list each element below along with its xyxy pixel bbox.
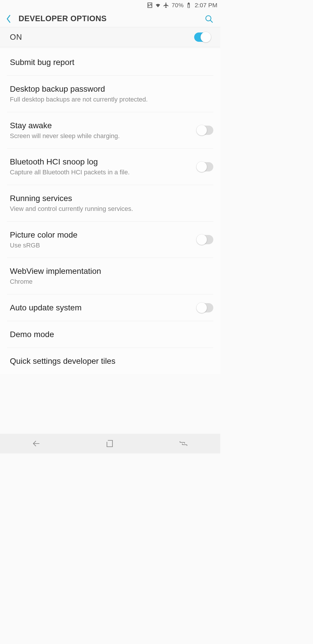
navigation-bar (0, 434, 220, 453)
back-button[interactable] (6, 13, 14, 25)
item-title: Quick settings developer tiles (10, 356, 210, 366)
item-demo-mode[interactable]: Demo mode (7, 321, 213, 348)
item-title: Running services (10, 193, 210, 203)
item-desktop-backup-password[interactable]: Desktop backup password Full desktop bac… (7, 76, 213, 112)
master-toggle[interactable] (194, 32, 210, 42)
nav-back-button[interactable] (31, 438, 43, 449)
item-subtitle: Use sRGB (10, 241, 194, 250)
item-subtitle: Capture all Bluetooth HCI packets in a f… (10, 168, 194, 177)
search-button[interactable] (204, 14, 214, 24)
item-webview-implementation[interactable]: WebView implementation Chrome (7, 258, 213, 294)
status-bar: 70% 2:07 PM (0, 0, 220, 10)
settings-list: Submit bug report Desktop backup passwor… (0, 49, 220, 374)
toggle-picture-color-mode[interactable] (197, 235, 213, 244)
app-bar: DEVELOPER OPTIONS (0, 10, 220, 27)
item-title: Stay awake (10, 120, 194, 131)
item-title: Desktop backup password (10, 84, 210, 94)
item-title: Auto update system (10, 303, 194, 313)
item-auto-update-system[interactable]: Auto update system (7, 294, 213, 321)
airplane-mode-icon (163, 2, 169, 8)
item-subtitle: Full desktop backups are not currently p… (10, 95, 210, 104)
item-subtitle: Chrome (10, 277, 210, 286)
nav-recents-button[interactable] (178, 438, 189, 449)
item-title: WebView implementation (10, 266, 210, 276)
nfc-icon (147, 2, 153, 8)
item-title: Picture color mode (10, 230, 194, 240)
svg-line-1 (210, 20, 212, 22)
item-subtitle: View and control currently running servi… (10, 205, 210, 213)
item-quick-settings-tiles[interactable]: Quick settings developer tiles (7, 348, 213, 374)
item-subtitle: Screen will never sleep while charging. (10, 132, 194, 140)
nav-home-button[interactable] (104, 438, 116, 449)
wifi-icon (155, 2, 161, 8)
toggle-auto-update-system[interactable] (197, 303, 213, 312)
item-title: Bluetooth HCI snoop log (10, 157, 194, 167)
item-title: Submit bug report (10, 57, 210, 67)
item-submit-bug-report[interactable]: Submit bug report (7, 49, 213, 76)
item-running-services[interactable]: Running services View and control curren… (7, 185, 213, 222)
toggle-stay-awake[interactable] (197, 126, 213, 135)
page-title: DEVELOPER OPTIONS (19, 14, 204, 23)
toggle-bluetooth-hci-snoop[interactable] (197, 162, 213, 171)
battery-icon (185, 2, 192, 8)
master-toggle-label: ON (10, 33, 194, 42)
item-bluetooth-hci-snoop[interactable]: Bluetooth HCI snoop log Capture all Blue… (7, 149, 213, 185)
item-title: Demo mode (10, 329, 210, 339)
status-clock: 2:07 PM (195, 2, 217, 9)
item-picture-color-mode[interactable]: Picture color mode Use sRGB (7, 222, 213, 258)
item-stay-awake[interactable]: Stay awake Screen will never sleep while… (7, 112, 213, 149)
master-toggle-row[interactable]: ON (0, 27, 220, 47)
battery-percent: 70% (172, 2, 184, 9)
